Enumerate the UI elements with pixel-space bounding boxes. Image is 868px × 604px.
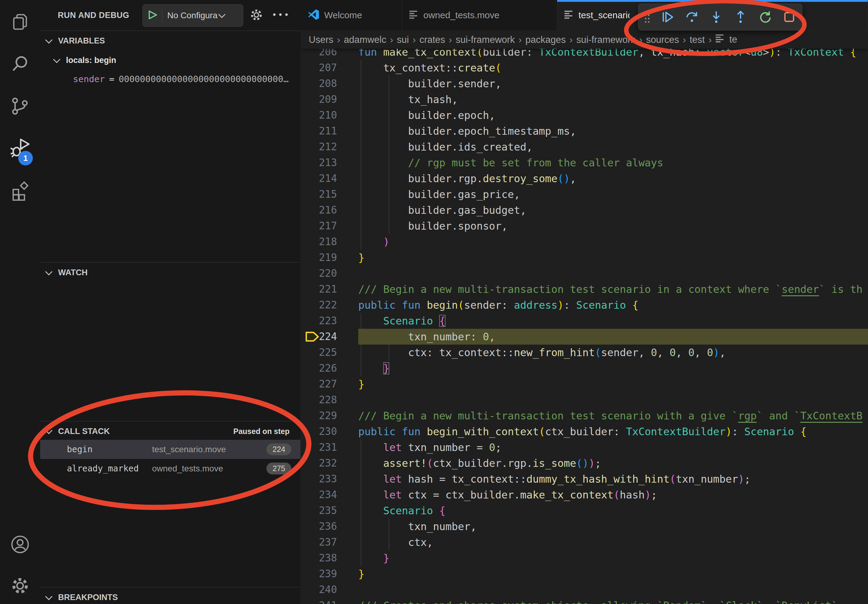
code-text[interactable]: builder.gas_budget, [358,202,868,218]
code-text[interactable]: // rgp must be set from the caller alway… [358,155,868,170]
line-number[interactable]: 226 [301,360,358,376]
code-text[interactable]: /// Begin a new multi-transaction test s… [358,408,868,424]
code-text[interactable]: public fun begin_with_context(ctx_builde… [358,424,868,440]
code-text[interactable]: builder.rgp.destroy_some(), [358,170,868,186]
chevron-down-icon[interactable] [218,11,225,18]
code-text[interactable]: assert!(ctx_builder.rgp.is_some()); [358,455,868,471]
breakpoints-section-header[interactable]: BREAKPOINTS [40,589,301,604]
line-number[interactable]: 219 [301,250,358,265]
code-text[interactable]: let ctx = ctx_builder.make_tx_context(ha… [358,487,868,503]
settings-gear-icon[interactable] [10,576,30,596]
line-number[interactable]: 237 [301,534,358,550]
line-number[interactable]: 213 [301,155,358,170]
stack-frame-row[interactable]: begin test_scenario.move 224 [40,440,301,459]
code-text[interactable]: } [358,376,868,392]
line-number[interactable]: 210 [301,107,358,123]
code-text[interactable]: ) [358,234,868,250]
code-text[interactable]: ctx, [358,534,868,550]
line-number[interactable]: 238 [301,550,358,566]
breadcrumb-item[interactable]: crates [419,34,445,45]
line-number[interactable]: 215 [301,186,358,202]
code-text[interactable]: let txn_number = 0; [358,440,868,455]
stack-frame-row[interactable]: already_marked owned_tests.move 275 [40,459,301,478]
step-out-button[interactable] [733,9,749,25]
start-debug-icon[interactable] [147,10,158,21]
breadcrumb-item[interactable]: sui [397,34,409,45]
line-number[interactable]: 221 [301,281,358,297]
code-text[interactable] [358,392,868,408]
tab-owned-tests[interactable]: owned_tests.move [402,0,557,30]
code-text[interactable]: tx_hash, [358,91,868,107]
line-number[interactable]: 241 [301,598,358,604]
step-over-button[interactable] [684,9,700,25]
line-number[interactable]: 231 [301,440,358,455]
line-number[interactable]: 236 [301,519,358,534]
call-stack-section-header[interactable]: CALL STACK Paused on step [40,423,301,439]
line-number[interactable]: 207 [301,60,358,76]
breadcrumb-item[interactable]: sources [646,34,679,45]
code-text[interactable]: builder.sender, [358,76,868,91]
breadcrumb-item[interactable]: sui-framework [576,34,636,45]
watch-section-header[interactable]: WATCH [40,265,301,280]
code-text[interactable]: builder.sponsor, [358,218,868,234]
code-text[interactable]: /// Begin a new multi-transaction test s… [358,281,868,297]
line-number[interactable]: 211 [301,123,358,139]
breadcrumb-item[interactable]: packages [525,34,566,45]
code-text[interactable]: } [358,250,868,265]
line-number[interactable]: 208 [301,76,358,91]
code-text[interactable]: public fun begin(sender: address): Scena… [358,297,868,313]
code-text[interactable]: txn_number, [358,519,868,534]
line-number[interactable]: 234 [301,487,358,503]
line-number[interactable]: 227 [301,376,358,392]
line-number[interactable]: 220 [301,265,358,281]
code-editor[interactable]: 206fun make_tx_context(builder: TxContex… [301,44,868,604]
line-number[interactable]: 209 [301,91,358,107]
toolbar-drag-grip[interactable] [643,9,651,25]
line-number[interactable]: 222 [301,297,358,313]
line-number[interactable]: 214 [301,170,358,186]
line-number[interactable]: 239 [301,566,358,582]
breadcrumb-file[interactable]: te [729,34,737,45]
line-number[interactable]: 225 [301,345,358,360]
code-text[interactable]: ctx: tx_context::new_from_hint(sender, 0… [358,345,868,360]
variables-section-header[interactable]: VARIABLES [40,33,301,49]
code-text[interactable]: /// Creates and shares system objects, a… [358,598,868,604]
line-number[interactable]: 218 [301,234,358,250]
code-text[interactable] [358,582,868,598]
line-number[interactable]: 217 [301,218,358,234]
debug-settings-gear-icon[interactable] [250,8,264,23]
debug-config-dropdown[interactable]: No Configura [167,11,217,20]
line-number[interactable]: 223 [301,313,358,329]
restart-button[interactable] [757,9,773,25]
code-text[interactable]: Scenario { [358,313,868,329]
breadcrumb-item[interactable]: sui-framework [456,34,515,45]
line-number[interactable]: 216 [301,202,358,218]
code-text[interactable] [358,265,868,281]
code-text[interactable]: } [358,566,868,582]
extensions-icon[interactable] [10,181,30,201]
accounts-icon[interactable] [10,534,30,554]
continue-button[interactable] [660,9,676,25]
code-text[interactable]: Scenario { [358,503,868,519]
breadcrumb-item[interactable]: test [690,34,705,45]
code-text[interactable]: builder.gas_price, [358,186,868,202]
code-text[interactable]: builder.ids_created, [358,139,868,155]
code-text[interactable]: } [358,360,868,376]
line-number[interactable]: 233 [301,471,358,487]
explorer-icon[interactable] [10,12,30,32]
line-number[interactable]: 230 [301,424,358,440]
stop-button[interactable] [781,9,797,25]
code-text[interactable]: let hash = tx_context::dummy_tx_hash_wit… [358,471,868,487]
tab-welcome[interactable]: Welcome [301,0,402,30]
breadcrumb-item[interactable]: Users [309,34,333,45]
line-number[interactable]: 235 [301,503,358,519]
code-text[interactable]: builder.epoch, [358,107,868,123]
more-actions-icon[interactable] [272,12,289,18]
line-number[interactable]: 212 [301,139,358,155]
line-number[interactable]: 228 [301,392,358,408]
line-number[interactable]: 240 [301,582,358,598]
variables-scope-row[interactable]: locals: begin [40,52,301,68]
search-icon[interactable] [10,54,30,74]
code-text[interactable]: txn_number: 0, [358,329,868,345]
step-into-button[interactable] [708,9,724,25]
